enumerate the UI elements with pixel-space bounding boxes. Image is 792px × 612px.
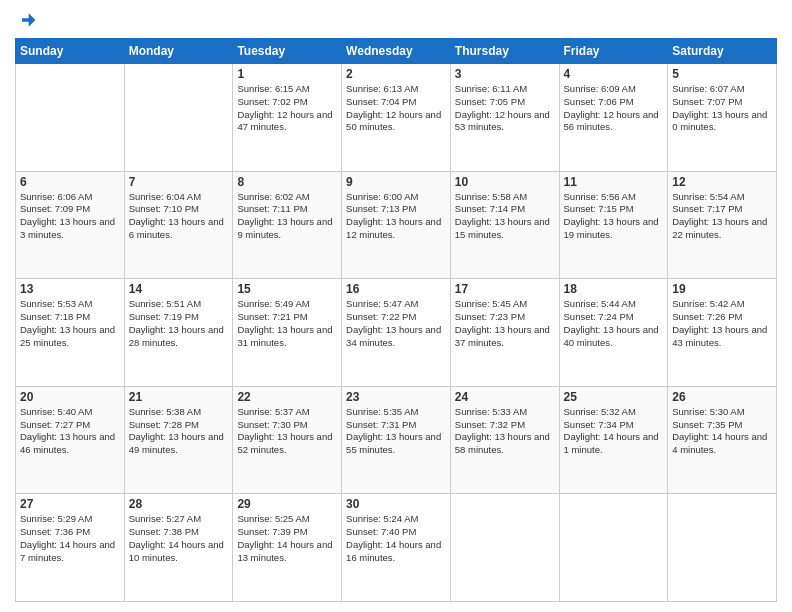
calendar-table: SundayMondayTuesdayWednesdayThursdayFrid… xyxy=(15,38,777,602)
weekday-header-monday: Monday xyxy=(124,39,233,64)
day-cell-18: 18Sunrise: 5:44 AMSunset: 7:24 PMDayligh… xyxy=(559,279,668,387)
day-number-29: 29 xyxy=(237,497,337,511)
day-info-11: Sunrise: 5:56 AMSunset: 7:15 PMDaylight:… xyxy=(564,191,664,242)
day-cell-19: 19Sunrise: 5:42 AMSunset: 7:26 PMDayligh… xyxy=(668,279,777,387)
day-number-19: 19 xyxy=(672,282,772,296)
empty-cell xyxy=(450,494,559,602)
day-cell-7: 7Sunrise: 6:04 AMSunset: 7:10 PMDaylight… xyxy=(124,171,233,279)
day-info-20: Sunrise: 5:40 AMSunset: 7:27 PMDaylight:… xyxy=(20,406,120,457)
day-cell-28: 28Sunrise: 5:27 AMSunset: 7:38 PMDayligh… xyxy=(124,494,233,602)
day-number-17: 17 xyxy=(455,282,555,296)
day-info-15: Sunrise: 5:49 AMSunset: 7:21 PMDaylight:… xyxy=(237,298,337,349)
day-info-6: Sunrise: 6:06 AMSunset: 7:09 PMDaylight:… xyxy=(20,191,120,242)
day-info-23: Sunrise: 5:35 AMSunset: 7:31 PMDaylight:… xyxy=(346,406,446,457)
day-info-29: Sunrise: 5:25 AMSunset: 7:39 PMDaylight:… xyxy=(237,513,337,564)
day-info-16: Sunrise: 5:47 AMSunset: 7:22 PMDaylight:… xyxy=(346,298,446,349)
day-number-6: 6 xyxy=(20,175,120,189)
day-cell-6: 6Sunrise: 6:06 AMSunset: 7:09 PMDaylight… xyxy=(16,171,125,279)
day-cell-22: 22Sunrise: 5:37 AMSunset: 7:30 PMDayligh… xyxy=(233,386,342,494)
day-number-24: 24 xyxy=(455,390,555,404)
day-number-3: 3 xyxy=(455,67,555,81)
svg-marker-0 xyxy=(22,13,35,26)
day-cell-14: 14Sunrise: 5:51 AMSunset: 7:19 PMDayligh… xyxy=(124,279,233,387)
logo-icon xyxy=(17,10,37,30)
day-cell-4: 4Sunrise: 6:09 AMSunset: 7:06 PMDaylight… xyxy=(559,64,668,172)
day-cell-2: 2Sunrise: 6:13 AMSunset: 7:04 PMDaylight… xyxy=(342,64,451,172)
day-number-18: 18 xyxy=(564,282,664,296)
day-info-13: Sunrise: 5:53 AMSunset: 7:18 PMDaylight:… xyxy=(20,298,120,349)
day-cell-16: 16Sunrise: 5:47 AMSunset: 7:22 PMDayligh… xyxy=(342,279,451,387)
day-cell-3: 3Sunrise: 6:11 AMSunset: 7:05 PMDaylight… xyxy=(450,64,559,172)
day-cell-25: 25Sunrise: 5:32 AMSunset: 7:34 PMDayligh… xyxy=(559,386,668,494)
day-number-12: 12 xyxy=(672,175,772,189)
weekday-header-saturday: Saturday xyxy=(668,39,777,64)
empty-cell xyxy=(668,494,777,602)
day-info-26: Sunrise: 5:30 AMSunset: 7:35 PMDaylight:… xyxy=(672,406,772,457)
week-row-5: 27Sunrise: 5:29 AMSunset: 7:36 PMDayligh… xyxy=(16,494,777,602)
day-number-21: 21 xyxy=(129,390,229,404)
day-cell-9: 9Sunrise: 6:00 AMSunset: 7:13 PMDaylight… xyxy=(342,171,451,279)
day-number-2: 2 xyxy=(346,67,446,81)
day-cell-13: 13Sunrise: 5:53 AMSunset: 7:18 PMDayligh… xyxy=(16,279,125,387)
day-info-24: Sunrise: 5:33 AMSunset: 7:32 PMDaylight:… xyxy=(455,406,555,457)
day-cell-21: 21Sunrise: 5:38 AMSunset: 7:28 PMDayligh… xyxy=(124,386,233,494)
day-cell-5: 5Sunrise: 6:07 AMSunset: 7:07 PMDaylight… xyxy=(668,64,777,172)
weekday-header-tuesday: Tuesday xyxy=(233,39,342,64)
day-info-18: Sunrise: 5:44 AMSunset: 7:24 PMDaylight:… xyxy=(564,298,664,349)
day-info-10: Sunrise: 5:58 AMSunset: 7:14 PMDaylight:… xyxy=(455,191,555,242)
day-info-5: Sunrise: 6:07 AMSunset: 7:07 PMDaylight:… xyxy=(672,83,772,134)
day-cell-27: 27Sunrise: 5:29 AMSunset: 7:36 PMDayligh… xyxy=(16,494,125,602)
day-cell-11: 11Sunrise: 5:56 AMSunset: 7:15 PMDayligh… xyxy=(559,171,668,279)
day-cell-26: 26Sunrise: 5:30 AMSunset: 7:35 PMDayligh… xyxy=(668,386,777,494)
week-row-2: 6Sunrise: 6:06 AMSunset: 7:09 PMDaylight… xyxy=(16,171,777,279)
day-cell-24: 24Sunrise: 5:33 AMSunset: 7:32 PMDayligh… xyxy=(450,386,559,494)
day-number-7: 7 xyxy=(129,175,229,189)
day-info-1: Sunrise: 6:15 AMSunset: 7:02 PMDaylight:… xyxy=(237,83,337,134)
day-number-22: 22 xyxy=(237,390,337,404)
day-number-1: 1 xyxy=(237,67,337,81)
day-number-4: 4 xyxy=(564,67,664,81)
day-info-28: Sunrise: 5:27 AMSunset: 7:38 PMDaylight:… xyxy=(129,513,229,564)
day-cell-29: 29Sunrise: 5:25 AMSunset: 7:39 PMDayligh… xyxy=(233,494,342,602)
day-number-8: 8 xyxy=(237,175,337,189)
day-info-17: Sunrise: 5:45 AMSunset: 7:23 PMDaylight:… xyxy=(455,298,555,349)
day-number-9: 9 xyxy=(346,175,446,189)
day-number-11: 11 xyxy=(564,175,664,189)
week-row-3: 13Sunrise: 5:53 AMSunset: 7:18 PMDayligh… xyxy=(16,279,777,387)
day-cell-20: 20Sunrise: 5:40 AMSunset: 7:27 PMDayligh… xyxy=(16,386,125,494)
day-cell-17: 17Sunrise: 5:45 AMSunset: 7:23 PMDayligh… xyxy=(450,279,559,387)
day-cell-23: 23Sunrise: 5:35 AMSunset: 7:31 PMDayligh… xyxy=(342,386,451,494)
day-info-21: Sunrise: 5:38 AMSunset: 7:28 PMDaylight:… xyxy=(129,406,229,457)
day-number-27: 27 xyxy=(20,497,120,511)
empty-cell xyxy=(16,64,125,172)
day-cell-30: 30Sunrise: 5:24 AMSunset: 7:40 PMDayligh… xyxy=(342,494,451,602)
day-info-12: Sunrise: 5:54 AMSunset: 7:17 PMDaylight:… xyxy=(672,191,772,242)
day-info-14: Sunrise: 5:51 AMSunset: 7:19 PMDaylight:… xyxy=(129,298,229,349)
day-cell-1: 1Sunrise: 6:15 AMSunset: 7:02 PMDaylight… xyxy=(233,64,342,172)
day-info-30: Sunrise: 5:24 AMSunset: 7:40 PMDaylight:… xyxy=(346,513,446,564)
day-info-8: Sunrise: 6:02 AMSunset: 7:11 PMDaylight:… xyxy=(237,191,337,242)
day-number-20: 20 xyxy=(20,390,120,404)
day-number-28: 28 xyxy=(129,497,229,511)
day-number-14: 14 xyxy=(129,282,229,296)
day-info-19: Sunrise: 5:42 AMSunset: 7:26 PMDaylight:… xyxy=(672,298,772,349)
day-number-25: 25 xyxy=(564,390,664,404)
day-info-25: Sunrise: 5:32 AMSunset: 7:34 PMDaylight:… xyxy=(564,406,664,457)
weekday-header-row: SundayMondayTuesdayWednesdayThursdayFrid… xyxy=(16,39,777,64)
day-number-5: 5 xyxy=(672,67,772,81)
empty-cell xyxy=(124,64,233,172)
day-number-15: 15 xyxy=(237,282,337,296)
day-number-30: 30 xyxy=(346,497,446,511)
weekday-header-sunday: Sunday xyxy=(16,39,125,64)
weekday-header-thursday: Thursday xyxy=(450,39,559,64)
logo xyxy=(15,10,37,30)
day-number-13: 13 xyxy=(20,282,120,296)
header xyxy=(15,10,777,30)
day-info-2: Sunrise: 6:13 AMSunset: 7:04 PMDaylight:… xyxy=(346,83,446,134)
day-info-9: Sunrise: 6:00 AMSunset: 7:13 PMDaylight:… xyxy=(346,191,446,242)
day-cell-8: 8Sunrise: 6:02 AMSunset: 7:11 PMDaylight… xyxy=(233,171,342,279)
day-info-3: Sunrise: 6:11 AMSunset: 7:05 PMDaylight:… xyxy=(455,83,555,134)
day-number-26: 26 xyxy=(672,390,772,404)
weekday-header-wednesday: Wednesday xyxy=(342,39,451,64)
day-number-16: 16 xyxy=(346,282,446,296)
